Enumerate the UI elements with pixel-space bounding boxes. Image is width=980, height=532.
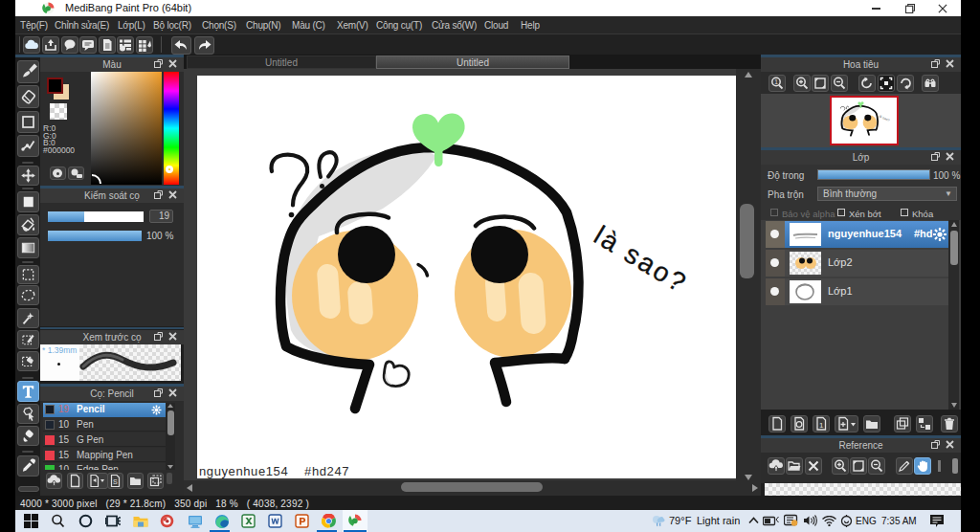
svg-text:là sao?: là sao? <box>879 114 890 122</box>
svg-text:1: 1 <box>819 421 824 430</box>
svg-text:nguyenhue154 #hd247: nguyenhue154 #hd247 <box>199 464 349 478</box>
svg-text:1: 1 <box>774 78 778 85</box>
svg-text:S: S <box>113 478 118 485</box>
svg-text:là sao?: là sao? <box>589 220 692 299</box>
